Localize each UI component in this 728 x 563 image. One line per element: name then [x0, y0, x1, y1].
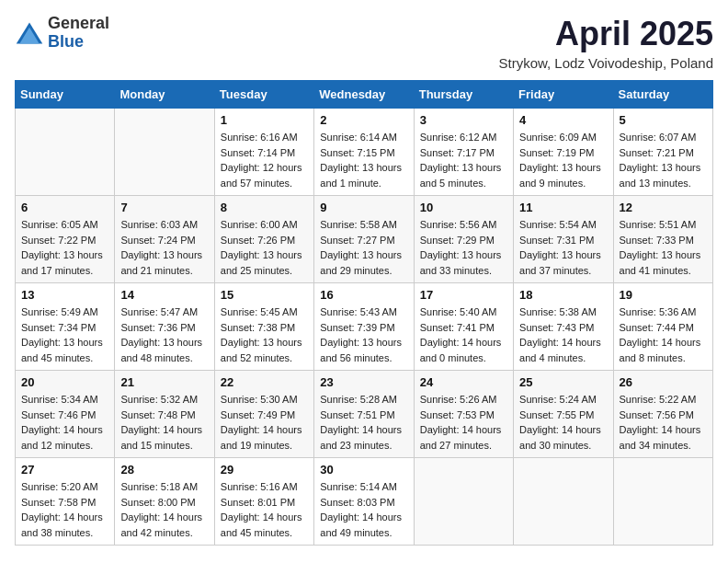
- day-number: 3: [420, 113, 508, 127]
- calendar-cell: 15Sunrise: 5:45 AM Sunset: 7:38 PM Dayli…: [214, 283, 313, 371]
- day-info: Sunrise: 5:22 AM Sunset: 7:56 PM Dayligh…: [620, 392, 708, 453]
- day-info: Sunrise: 5:30 AM Sunset: 7:49 PM Dayligh…: [221, 392, 309, 453]
- day-number: 22: [221, 375, 309, 389]
- day-number: 17: [420, 288, 508, 302]
- calendar-cell: 26Sunrise: 5:22 AM Sunset: 7:56 PM Dayli…: [613, 371, 712, 458]
- calendar-cell: 2Sunrise: 6:14 AM Sunset: 7:15 PM Daylig…: [314, 109, 414, 196]
- day-info: Sunrise: 6:00 AM Sunset: 7:26 PM Dayligh…: [221, 217, 309, 278]
- logo-icon: [15, 20, 44, 46]
- day-number: 27: [21, 463, 109, 477]
- day-info: Sunrise: 5:40 AM Sunset: 7:41 PM Dayligh…: [420, 304, 508, 365]
- day-number: 19: [620, 288, 708, 302]
- title-block: April 2025 Strykow, Lodz Voivodeship, Po…: [499, 15, 713, 71]
- day-info: Sunrise: 6:07 AM Sunset: 7:21 PM Dayligh…: [620, 130, 708, 190]
- calendar-cell: 16Sunrise: 5:43 AM Sunset: 7:39 PM Dayli…: [314, 283, 414, 371]
- weekday-header-monday: Monday: [115, 81, 214, 109]
- day-number: 4: [519, 113, 608, 127]
- weekday-header-row: SundayMondayTuesdayWednesdayThursdayFrid…: [16, 81, 713, 109]
- day-number: 26: [620, 375, 708, 389]
- weekday-header-wednesday: Wednesday: [314, 81, 414, 109]
- day-number: 2: [320, 113, 408, 127]
- calendar-cell: 18Sunrise: 5:38 AM Sunset: 7:43 PM Dayli…: [514, 283, 613, 371]
- calendar-cell: [16, 109, 115, 196]
- day-number: 28: [120, 463, 209, 477]
- page-header: General Blue April 2025 Strykow, Lodz Vo…: [15, 15, 713, 71]
- calendar-cell: 8Sunrise: 6:00 AM Sunset: 7:26 PM Daylig…: [214, 196, 313, 283]
- weekday-header-sunday: Sunday: [16, 81, 115, 109]
- calendar-cell: 13Sunrise: 5:49 AM Sunset: 7:34 PM Dayli…: [16, 283, 115, 371]
- month-year-title: April 2025: [499, 15, 713, 53]
- day-number: 15: [221, 288, 309, 302]
- day-info: Sunrise: 6:14 AM Sunset: 7:15 PM Dayligh…: [320, 130, 408, 190]
- day-info: Sunrise: 5:28 AM Sunset: 7:51 PM Dayligh…: [320, 392, 408, 453]
- day-info: Sunrise: 5:45 AM Sunset: 7:38 PM Dayligh…: [221, 304, 309, 365]
- calendar-cell: 28Sunrise: 5:18 AM Sunset: 8:00 PM Dayli…: [115, 458, 214, 546]
- day-number: 20: [21, 375, 109, 389]
- day-info: Sunrise: 5:47 AM Sunset: 7:36 PM Dayligh…: [120, 304, 209, 365]
- calendar-cell: 14Sunrise: 5:47 AM Sunset: 7:36 PM Dayli…: [115, 283, 214, 371]
- location-subtitle: Strykow, Lodz Voivodeship, Poland: [499, 55, 713, 71]
- day-info: Sunrise: 5:36 AM Sunset: 7:44 PM Dayligh…: [620, 304, 708, 365]
- day-number: 11: [519, 201, 608, 214]
- day-info: Sunrise: 5:26 AM Sunset: 7:53 PM Dayligh…: [420, 392, 508, 453]
- day-info: Sunrise: 5:18 AM Sunset: 8:00 PM Dayligh…: [120, 479, 209, 540]
- day-info: Sunrise: 5:51 AM Sunset: 7:33 PM Dayligh…: [620, 217, 708, 278]
- calendar-cell: 27Sunrise: 5:20 AM Sunset: 7:58 PM Dayli…: [16, 458, 115, 546]
- calendar-cell: [613, 458, 712, 546]
- day-info: Sunrise: 5:24 AM Sunset: 7:55 PM Dayligh…: [519, 392, 608, 453]
- calendar-cell: 29Sunrise: 5:16 AM Sunset: 8:01 PM Dayli…: [214, 458, 313, 546]
- calendar-cell: 1Sunrise: 6:16 AM Sunset: 7:14 PM Daylig…: [214, 109, 313, 196]
- day-info: Sunrise: 6:09 AM Sunset: 7:19 PM Dayligh…: [519, 130, 608, 190]
- day-number: 7: [120, 201, 209, 214]
- calendar-week-5: 27Sunrise: 5:20 AM Sunset: 7:58 PM Dayli…: [16, 458, 713, 546]
- day-info: Sunrise: 5:20 AM Sunset: 7:58 PM Dayligh…: [21, 479, 109, 540]
- day-number: 16: [320, 288, 408, 302]
- calendar-cell: 12Sunrise: 5:51 AM Sunset: 7:33 PM Dayli…: [613, 196, 712, 283]
- calendar-week-4: 20Sunrise: 5:34 AM Sunset: 7:46 PM Dayli…: [16, 371, 713, 458]
- calendar-cell: [514, 458, 613, 546]
- calendar-cell: 6Sunrise: 6:05 AM Sunset: 7:22 PM Daylig…: [16, 196, 115, 283]
- calendar-week-2: 6Sunrise: 6:05 AM Sunset: 7:22 PM Daylig…: [16, 196, 713, 283]
- calendar-cell: 11Sunrise: 5:54 AM Sunset: 7:31 PM Dayli…: [514, 196, 613, 283]
- calendar-cell: 17Sunrise: 5:40 AM Sunset: 7:41 PM Dayli…: [414, 283, 513, 371]
- calendar-cell: 9Sunrise: 5:58 AM Sunset: 7:27 PM Daylig…: [314, 196, 414, 283]
- day-number: 24: [420, 375, 508, 389]
- calendar-cell: [115, 109, 214, 196]
- day-info: Sunrise: 5:43 AM Sunset: 7:39 PM Dayligh…: [320, 304, 408, 365]
- day-number: 18: [519, 288, 608, 302]
- day-info: Sunrise: 5:16 AM Sunset: 8:01 PM Dayligh…: [221, 479, 309, 540]
- calendar-cell: 5Sunrise: 6:07 AM Sunset: 7:21 PM Daylig…: [613, 109, 712, 196]
- calendar-cell: 20Sunrise: 5:34 AM Sunset: 7:46 PM Dayli…: [16, 371, 115, 458]
- logo: General Blue: [15, 15, 109, 52]
- day-number: 30: [320, 463, 408, 477]
- calendar-cell: 23Sunrise: 5:28 AM Sunset: 7:51 PM Dayli…: [314, 371, 414, 458]
- day-info: Sunrise: 6:05 AM Sunset: 7:22 PM Dayligh…: [21, 217, 109, 278]
- calendar-week-1: 1Sunrise: 6:16 AM Sunset: 7:14 PM Daylig…: [16, 109, 713, 196]
- calendar-cell: 21Sunrise: 5:32 AM Sunset: 7:48 PM Dayli…: [115, 371, 214, 458]
- day-number: 14: [120, 288, 209, 302]
- day-number: 1: [221, 113, 309, 127]
- weekday-header-tuesday: Tuesday: [214, 81, 313, 109]
- day-info: Sunrise: 6:16 AM Sunset: 7:14 PM Dayligh…: [221, 130, 309, 190]
- calendar-cell: 3Sunrise: 6:12 AM Sunset: 7:17 PM Daylig…: [414, 109, 513, 196]
- day-number: 8: [221, 201, 309, 214]
- day-info: Sunrise: 5:32 AM Sunset: 7:48 PM Dayligh…: [120, 392, 209, 453]
- calendar-cell: 30Sunrise: 5:14 AM Sunset: 8:03 PM Dayli…: [314, 458, 414, 546]
- day-number: 12: [620, 201, 708, 214]
- day-info: Sunrise: 5:56 AM Sunset: 7:29 PM Dayligh…: [420, 217, 508, 278]
- day-number: 6: [21, 201, 109, 214]
- day-info: Sunrise: 5:54 AM Sunset: 7:31 PM Dayligh…: [519, 217, 608, 278]
- calendar-week-3: 13Sunrise: 5:49 AM Sunset: 7:34 PM Dayli…: [16, 283, 713, 371]
- day-number: 10: [420, 201, 508, 214]
- day-info: Sunrise: 5:14 AM Sunset: 8:03 PM Dayligh…: [320, 479, 408, 540]
- day-info: Sunrise: 5:34 AM Sunset: 7:46 PM Dayligh…: [21, 392, 109, 453]
- calendar-cell: 7Sunrise: 6:03 AM Sunset: 7:24 PM Daylig…: [115, 196, 214, 283]
- day-info: Sunrise: 5:49 AM Sunset: 7:34 PM Dayligh…: [21, 304, 109, 365]
- calendar-cell: [414, 458, 513, 546]
- day-info: Sunrise: 5:38 AM Sunset: 7:43 PM Dayligh…: [519, 304, 608, 365]
- logo-general-text: General: [48, 15, 109, 33]
- logo-blue-text: Blue: [48, 33, 109, 52]
- calendar-cell: 24Sunrise: 5:26 AM Sunset: 7:53 PM Dayli…: [414, 371, 513, 458]
- day-info: Sunrise: 6:12 AM Sunset: 7:17 PM Dayligh…: [420, 130, 508, 190]
- calendar-table: SundayMondayTuesdayWednesdayThursdayFrid…: [15, 80, 713, 546]
